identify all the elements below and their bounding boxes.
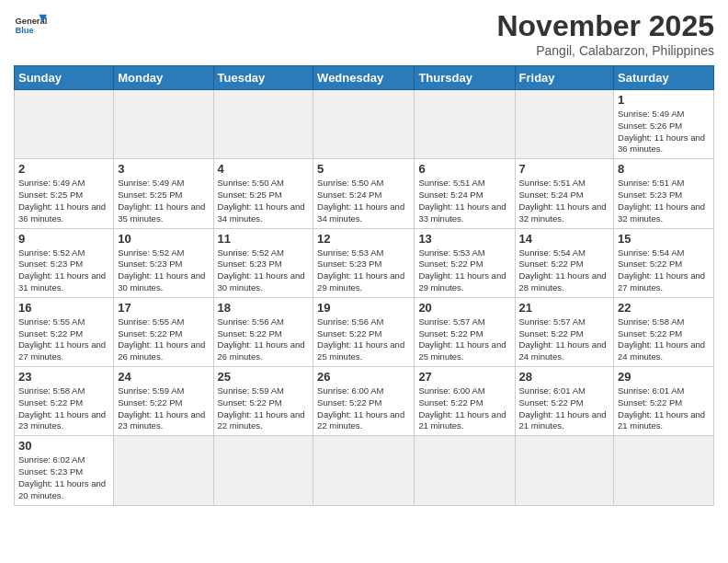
- calendar-cell: 23Sunrise: 5:58 AMSunset: 5:22 PMDayligh…: [15, 367, 114, 436]
- day-number: 17: [118, 301, 209, 315]
- calendar-cell: [114, 436, 213, 505]
- day-number: 11: [218, 232, 310, 246]
- calendar-week-row: 23Sunrise: 5:58 AMSunset: 5:22 PMDayligh…: [15, 367, 714, 436]
- day-number: 19: [317, 301, 410, 315]
- cell-info: Sunrise: 5:51 AMSunset: 5:23 PMDaylight:…: [618, 178, 710, 224]
- day-number: 25: [218, 370, 310, 384]
- day-number: 16: [18, 301, 109, 315]
- day-number: 12: [317, 232, 410, 246]
- calendar-cell: 21Sunrise: 5:57 AMSunset: 5:22 PMDayligh…: [515, 297, 614, 366]
- calendar-cell: 16Sunrise: 5:55 AMSunset: 5:22 PMDayligh…: [15, 297, 114, 366]
- cell-info: Sunrise: 5:58 AMSunset: 5:22 PMDaylight:…: [618, 316, 710, 363]
- cell-info: Sunrise: 5:58 AMSunset: 5:22 PMDaylight:…: [18, 385, 109, 432]
- weekday-header-row: SundayMondayTuesdayWednesdayThursdayFrid…: [15, 66, 714, 90]
- day-number: 8: [618, 162, 710, 176]
- calendar-table: SundayMondayTuesdayWednesdayThursdayFrid…: [14, 65, 714, 506]
- calendar-cell: 29Sunrise: 6:01 AMSunset: 5:22 PMDayligh…: [614, 367, 714, 436]
- cell-info: Sunrise: 6:00 AMSunset: 5:22 PMDaylight:…: [418, 385, 510, 432]
- day-number: 20: [418, 301, 510, 315]
- cell-info: Sunrise: 5:50 AMSunset: 5:25 PMDaylight:…: [218, 178, 310, 224]
- cell-info: Sunrise: 5:56 AMSunset: 5:22 PMDaylight:…: [218, 316, 310, 363]
- day-number: 4: [218, 162, 310, 176]
- cell-info: Sunrise: 5:55 AMSunset: 5:22 PMDaylight:…: [118, 316, 209, 363]
- calendar-cell: 24Sunrise: 5:59 AMSunset: 5:22 PMDayligh…: [114, 367, 213, 436]
- calendar-cell: 3Sunrise: 5:49 AMSunset: 5:25 PMDaylight…: [114, 159, 213, 228]
- cell-info: Sunrise: 6:01 AMSunset: 5:22 PMDaylight:…: [519, 385, 610, 432]
- weekday-header: Wednesday: [313, 66, 415, 90]
- cell-info: Sunrise: 5:53 AMSunset: 5:23 PMDaylight:…: [317, 247, 410, 294]
- cell-info: Sunrise: 5:49 AMSunset: 5:26 PMDaylight:…: [618, 109, 710, 155]
- day-number: 28: [519, 370, 610, 384]
- day-number: 7: [519, 162, 610, 176]
- calendar-cell: [313, 436, 415, 505]
- calendar-cell: 20Sunrise: 5:57 AMSunset: 5:22 PMDayligh…: [415, 297, 515, 366]
- calendar-cell: 2Sunrise: 5:49 AMSunset: 5:25 PMDaylight…: [15, 159, 114, 228]
- cell-info: Sunrise: 5:52 AMSunset: 5:23 PMDaylight:…: [118, 247, 209, 294]
- day-number: 6: [418, 162, 510, 176]
- calendar-cell: 28Sunrise: 6:01 AMSunset: 5:22 PMDayligh…: [515, 367, 614, 436]
- calendar-week-row: 9Sunrise: 5:52 AMSunset: 5:23 PMDaylight…: [15, 228, 714, 297]
- cell-info: Sunrise: 5:54 AMSunset: 5:22 PMDaylight:…: [618, 247, 710, 294]
- cell-info: Sunrise: 5:56 AMSunset: 5:22 PMDaylight:…: [317, 316, 410, 363]
- title-area: November 2025 Pangil, Calabarzon, Philip…: [496, 9, 714, 58]
- cell-info: Sunrise: 5:57 AMSunset: 5:22 PMDaylight:…: [519, 316, 610, 363]
- day-number: 5: [317, 162, 410, 176]
- cell-info: Sunrise: 5:50 AMSunset: 5:24 PMDaylight:…: [317, 178, 410, 224]
- calendar-cell: 25Sunrise: 5:59 AMSunset: 5:22 PMDayligh…: [213, 367, 313, 436]
- page-header: General Blue November 2025 Pangil, Calab…: [14, 9, 714, 58]
- day-number: 14: [519, 232, 610, 246]
- calendar-cell: 27Sunrise: 6:00 AMSunset: 5:22 PMDayligh…: [415, 367, 515, 436]
- calendar-week-row: 2Sunrise: 5:49 AMSunset: 5:25 PMDaylight…: [15, 159, 714, 228]
- calendar-cell: 1Sunrise: 5:49 AMSunset: 5:26 PMDaylight…: [614, 90, 714, 159]
- calendar-cell: 6Sunrise: 5:51 AMSunset: 5:24 PMDaylight…: [415, 159, 515, 228]
- calendar-cell: 15Sunrise: 5:54 AMSunset: 5:22 PMDayligh…: [614, 228, 714, 297]
- calendar-cell: 14Sunrise: 5:54 AMSunset: 5:22 PMDayligh…: [515, 228, 614, 297]
- calendar-week-row: 1Sunrise: 5:49 AMSunset: 5:26 PMDaylight…: [15, 90, 714, 159]
- calendar-cell: [213, 436, 313, 505]
- calendar-cell: [515, 436, 614, 505]
- day-number: 26: [317, 370, 410, 384]
- cell-info: Sunrise: 5:52 AMSunset: 5:23 PMDaylight:…: [18, 247, 109, 294]
- logo-icon: General Blue: [14, 9, 47, 42]
- calendar-cell: 19Sunrise: 5:56 AMSunset: 5:22 PMDayligh…: [313, 297, 415, 366]
- calendar-cell: 9Sunrise: 5:52 AMSunset: 5:23 PMDaylight…: [15, 228, 114, 297]
- logo: General Blue: [14, 9, 47, 42]
- day-number: 21: [519, 301, 610, 315]
- weekday-header: Tuesday: [213, 66, 313, 90]
- calendar-cell: 4Sunrise: 5:50 AMSunset: 5:25 PMDaylight…: [213, 159, 313, 228]
- cell-info: Sunrise: 5:59 AMSunset: 5:22 PMDaylight:…: [118, 385, 209, 432]
- location: Pangil, Calabarzon, Philippines: [496, 43, 714, 58]
- calendar-cell: [213, 90, 313, 159]
- day-number: 10: [118, 232, 209, 246]
- weekday-header: Sunday: [15, 66, 114, 90]
- calendar-cell: 17Sunrise: 5:55 AMSunset: 5:22 PMDayligh…: [114, 297, 213, 366]
- calendar-cell: 30Sunrise: 6:02 AMSunset: 5:23 PMDayligh…: [15, 436, 114, 505]
- cell-info: Sunrise: 5:49 AMSunset: 5:25 PMDaylight:…: [118, 178, 209, 224]
- cell-info: Sunrise: 5:55 AMSunset: 5:22 PMDaylight:…: [18, 316, 109, 363]
- cell-info: Sunrise: 6:02 AMSunset: 5:23 PMDaylight:…: [18, 454, 109, 501]
- cell-info: Sunrise: 5:51 AMSunset: 5:24 PMDaylight:…: [519, 178, 610, 224]
- day-number: 22: [618, 301, 710, 315]
- calendar-cell: 22Sunrise: 5:58 AMSunset: 5:22 PMDayligh…: [614, 297, 714, 366]
- cell-info: Sunrise: 5:59 AMSunset: 5:22 PMDaylight:…: [218, 385, 310, 432]
- day-number: 30: [18, 439, 109, 453]
- calendar-cell: 10Sunrise: 5:52 AMSunset: 5:23 PMDayligh…: [114, 228, 213, 297]
- cell-info: Sunrise: 5:57 AMSunset: 5:22 PMDaylight:…: [418, 316, 510, 363]
- svg-text:Blue: Blue: [15, 26, 33, 35]
- day-number: 3: [118, 162, 209, 176]
- weekday-header: Monday: [114, 66, 213, 90]
- calendar-week-row: 16Sunrise: 5:55 AMSunset: 5:22 PMDayligh…: [15, 297, 714, 366]
- cell-info: Sunrise: 6:01 AMSunset: 5:22 PMDaylight:…: [618, 385, 710, 432]
- day-number: 15: [618, 232, 710, 246]
- cell-info: Sunrise: 5:51 AMSunset: 5:24 PMDaylight:…: [418, 178, 510, 224]
- calendar-cell: [614, 436, 714, 505]
- day-number: 23: [18, 370, 109, 384]
- day-number: 24: [118, 370, 209, 384]
- calendar-cell: [313, 90, 415, 159]
- cell-info: Sunrise: 5:52 AMSunset: 5:23 PMDaylight:…: [218, 247, 310, 294]
- weekday-header: Thursday: [415, 66, 515, 90]
- calendar-cell: [515, 90, 614, 159]
- month-title: November 2025: [496, 9, 714, 43]
- day-number: 1: [618, 93, 710, 107]
- calendar-cell: 12Sunrise: 5:53 AMSunset: 5:23 PMDayligh…: [313, 228, 415, 297]
